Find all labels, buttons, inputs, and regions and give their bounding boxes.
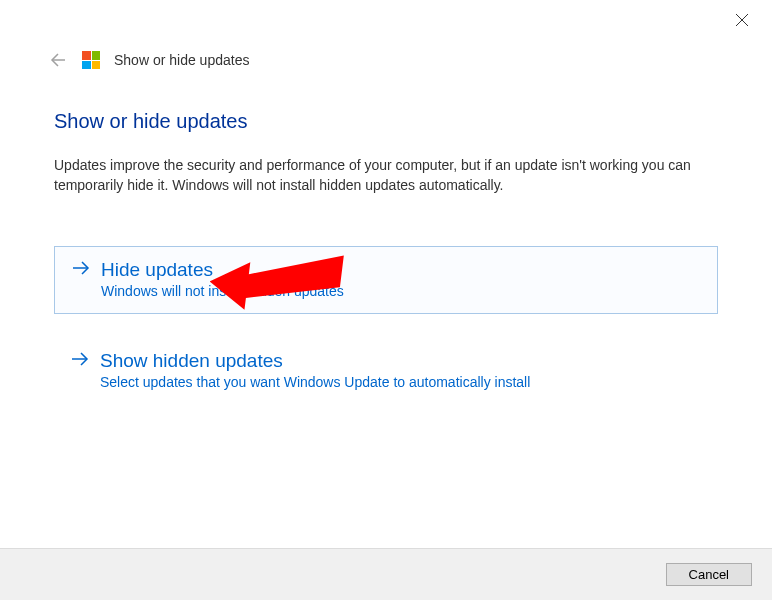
windows-logo-icon — [82, 51, 100, 69]
page-heading: Show or hide updates — [54, 110, 718, 133]
option-title: Hide updates — [101, 259, 213, 281]
close-button[interactable] — [732, 10, 752, 30]
wizard-header: Show or hide updates — [0, 0, 772, 70]
option-show-hidden-updates[interactable]: Show hidden updates Select updates that … — [54, 338, 718, 404]
header-title: Show or hide updates — [114, 52, 249, 68]
cancel-button[interactable]: Cancel — [666, 563, 752, 586]
arrow-right-icon — [71, 259, 91, 281]
option-title: Show hidden updates — [100, 350, 283, 372]
close-icon — [735, 13, 749, 27]
option-hide-updates[interactable]: Hide updates Windows will not install hi… — [54, 246, 718, 314]
page-description: Updates improve the security and perform… — [54, 155, 718, 196]
footer-bar: Cancel — [0, 548, 772, 600]
arrow-right-icon — [70, 350, 90, 372]
back-arrow-icon — [49, 51, 67, 69]
content-area: Show or hide updates Updates improve the… — [0, 70, 772, 404]
back-button[interactable] — [48, 50, 68, 70]
option-subtitle: Windows will not install hidden updates — [101, 283, 701, 299]
option-subtitle: Select updates that you want Windows Upd… — [100, 374, 702, 390]
